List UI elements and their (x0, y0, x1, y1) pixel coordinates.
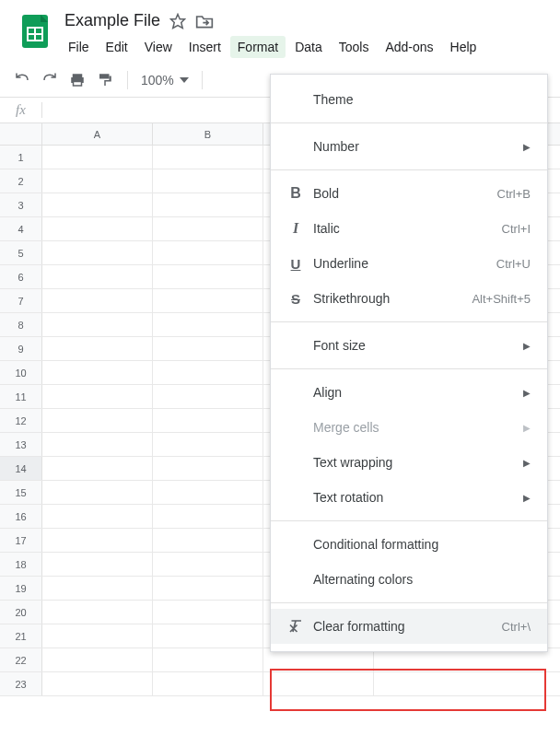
menu-underline[interactable]: U Underline Ctrl+U (271, 246, 547, 281)
cell[interactable] (42, 313, 153, 336)
cell[interactable] (153, 672, 263, 695)
cell[interactable] (42, 241, 153, 264)
move-folder-icon[interactable] (195, 13, 214, 29)
cell[interactable] (263, 672, 374, 695)
row-header[interactable]: 23 (0, 672, 42, 695)
menu-alternating-colors[interactable]: Alternating colors (271, 562, 547, 597)
menu-clear-formatting[interactable]: Clear formatting Ctrl+\ (271, 609, 547, 644)
menu-text-wrapping[interactable]: Text wrapping ▶ (271, 445, 547, 480)
cell[interactable] (42, 529, 153, 552)
cell[interactable] (153, 481, 263, 504)
menu-format[interactable]: Format (230, 36, 286, 58)
row-header[interactable]: 13 (0, 433, 42, 456)
cell[interactable] (153, 409, 263, 432)
cell[interactable] (42, 433, 153, 456)
cell[interactable] (42, 361, 153, 384)
redo-icon[interactable] (41, 72, 59, 88)
cell[interactable] (153, 529, 263, 552)
row-header[interactable]: 11 (0, 385, 42, 408)
menu-text-rotation[interactable]: Text rotation ▶ (271, 480, 547, 515)
cell[interactable] (42, 553, 153, 576)
cell[interactable] (42, 337, 153, 360)
row-header[interactable]: 14 (0, 457, 42, 480)
cell[interactable] (153, 313, 263, 336)
row-header[interactable]: 3 (0, 193, 42, 216)
cell[interactable] (153, 241, 263, 264)
menu-conditional-formatting[interactable]: Conditional formatting (271, 527, 547, 562)
row-header[interactable]: 10 (0, 361, 42, 384)
row-header[interactable]: 20 (0, 601, 42, 624)
cell[interactable] (42, 409, 153, 432)
menu-align[interactable]: Align ▶ (271, 375, 547, 410)
row-header[interactable]: 4 (0, 217, 42, 240)
cell[interactable] (42, 505, 153, 528)
cell[interactable] (153, 361, 263, 384)
cell[interactable] (153, 505, 263, 528)
row-header[interactable]: 7 (0, 289, 42, 312)
cell[interactable] (42, 146, 153, 169)
menu-insert[interactable]: Insert (181, 36, 228, 58)
doc-title[interactable]: Example File (64, 11, 160, 30)
menu-data[interactable]: Data (287, 36, 330, 58)
row-header[interactable]: 1 (0, 146, 42, 169)
row-header[interactable]: 9 (0, 337, 42, 360)
menu-addons[interactable]: Add-ons (378, 36, 440, 58)
menu-help[interactable]: Help (443, 36, 484, 58)
row-header[interactable]: 15 (0, 481, 42, 504)
print-icon[interactable] (68, 72, 87, 88)
cell[interactable] (42, 624, 153, 648)
cell[interactable] (42, 672, 153, 695)
cell[interactable] (153, 289, 263, 312)
row-header[interactable]: 18 (0, 553, 42, 576)
cell[interactable] (42, 169, 153, 192)
menu-tools[interactable]: Tools (332, 36, 377, 58)
undo-icon[interactable] (13, 72, 31, 88)
menu-edit[interactable]: Edit (99, 36, 135, 58)
zoom-select[interactable]: 100% (141, 73, 189, 88)
row-header[interactable]: 8 (0, 313, 42, 336)
cell[interactable] (42, 601, 153, 624)
row-header[interactable]: 17 (0, 529, 42, 552)
cell[interactable] (42, 385, 153, 408)
cell[interactable] (42, 289, 153, 312)
cell[interactable] (153, 217, 263, 240)
cell[interactable] (153, 577, 263, 600)
menu-view[interactable]: View (137, 36, 180, 58)
cell[interactable] (42, 577, 153, 600)
menu-strikethrough[interactable]: S Strikethrough Alt+Shift+5 (271, 281, 547, 316)
row-header[interactable]: 5 (0, 241, 42, 264)
row-header[interactable]: 12 (0, 409, 42, 432)
row-header[interactable]: 6 (0, 265, 42, 288)
row-header[interactable]: 21 (0, 624, 42, 648)
row-header[interactable]: 2 (0, 169, 42, 192)
menu-italic[interactable]: I Italic Ctrl+I (271, 211, 547, 246)
cell[interactable] (153, 337, 263, 360)
cell[interactable] (42, 265, 153, 288)
select-all-corner[interactable] (0, 123, 42, 145)
menu-number[interactable]: Number ▶ (271, 129, 547, 164)
menu-file[interactable]: File (61, 36, 97, 58)
cell[interactable] (42, 217, 153, 240)
cell[interactable] (42, 648, 153, 671)
cell[interactable] (153, 146, 263, 169)
cell[interactable] (153, 624, 263, 648)
cell[interactable] (153, 648, 263, 671)
row-header[interactable]: 22 (0, 648, 42, 671)
row-header[interactable]: 19 (0, 577, 42, 600)
menu-fontsize[interactable]: Font size ▶ (271, 328, 547, 363)
star-icon[interactable] (169, 13, 186, 29)
row-header[interactable]: 16 (0, 505, 42, 528)
col-header-b[interactable]: B (153, 123, 263, 145)
cell[interactable] (42, 457, 153, 480)
cell[interactable] (153, 193, 263, 216)
cell[interactable] (153, 265, 263, 288)
cell[interactable] (153, 385, 263, 408)
paint-format-icon[interactable] (96, 72, 114, 88)
cell[interactable] (153, 553, 263, 576)
col-header-a[interactable]: A (42, 123, 153, 145)
cell[interactable] (153, 169, 263, 192)
menu-theme[interactable]: Theme (271, 82, 547, 117)
cell[interactable] (42, 193, 153, 216)
cell[interactable] (153, 457, 263, 480)
cell[interactable] (153, 601, 263, 624)
